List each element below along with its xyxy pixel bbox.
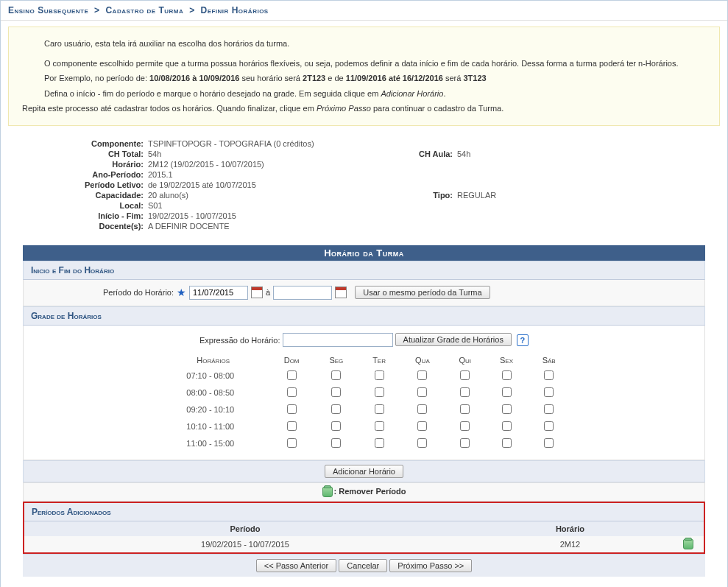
horario-time-label: 10:10 - 11:00 <box>158 418 269 435</box>
horario-checkbox[interactable] <box>331 387 341 397</box>
horario-checkbox[interactable] <box>375 404 384 414</box>
horario-checkbox[interactable] <box>417 370 427 380</box>
next-step-button[interactable]: Próximo Passo >> <box>389 559 472 572</box>
add-horario-button[interactable]: Adicionar Horário <box>325 465 403 478</box>
horario-time-label: 11:00 - 15:00 <box>158 435 269 452</box>
horario-checkbox[interactable] <box>502 421 512 431</box>
breadcrumb-seg-1[interactable]: Ensino Subsequente <box>8 5 88 15</box>
horario-checkbox[interactable] <box>544 421 554 431</box>
breadcrumb-sep: > <box>94 5 100 15</box>
horario-checkbox[interactable] <box>460 370 470 380</box>
horario-row: 07:10 - 08:00 <box>158 368 570 384</box>
horario-checkbox[interactable] <box>287 421 297 431</box>
horario-checkbox[interactable] <box>502 387 512 397</box>
th-periodo: Período <box>24 521 466 536</box>
horario-checkbox[interactable] <box>460 387 470 397</box>
trash-icon <box>322 487 333 497</box>
horario-checkbox[interactable] <box>460 404 470 414</box>
horario-checkbox[interactable] <box>544 387 554 397</box>
subtitle-inicio-fim: Inicio e Fim do Horário <box>23 261 705 280</box>
horario-row: 10:10 - 11:00 <box>158 418 570 435</box>
horario-checkbox[interactable] <box>375 387 384 397</box>
remove-periodo-button[interactable] <box>683 539 693 549</box>
info-line-2: O componente escolhido permite que a tur… <box>22 57 706 70</box>
horario-checkbox[interactable] <box>331 370 341 380</box>
horario-checkbox[interactable] <box>417 387 427 397</box>
horario-checkbox[interactable] <box>502 404 512 414</box>
periodo-row: 19/02/2015 - 10/07/2015 2M12 <box>24 536 704 552</box>
horario-checkbox[interactable] <box>287 387 297 397</box>
capacidade-value: 20 aluno(s) <box>148 191 258 200</box>
periodoletivo-label: Período Letivo: <box>8 180 148 189</box>
periodos-table: Período Horário 19/02/2015 - 10/07/2015 … <box>24 521 704 552</box>
periodo-a: à <box>266 288 270 297</box>
horario-checkbox[interactable] <box>287 404 297 414</box>
horario-checkbox[interactable] <box>460 421 470 431</box>
tipo-label: Tipo: <box>406 191 457 200</box>
info-line-3: Por Exemplo, no período de: 10/08/2016 à… <box>22 72 706 85</box>
info-line-4: Defina o início - fim do período e marqu… <box>22 88 706 100</box>
horario-checkbox[interactable] <box>417 438 427 448</box>
horario-time-label: 08:00 - 08:50 <box>158 384 269 401</box>
update-grade-button[interactable]: Atualizar Grade de Horários <box>395 333 512 346</box>
horario-checkbox[interactable] <box>375 438 384 448</box>
th-horario-col: Horário <box>466 521 674 536</box>
details-panel: Componente: TSPINFTOPOGR - TOPOGRAFIA (0… <box>1 132 727 238</box>
capacidade-label: Capacidade: <box>8 191 148 200</box>
horario-checkbox[interactable] <box>460 438 470 448</box>
info-box: Caro usuário, esta tela irá auxiliar na … <box>8 27 720 126</box>
horario-value: 2M12 (19/02/2015 - 10/07/2015) <box>148 160 720 169</box>
th-day: Sex <box>485 353 528 368</box>
periodo-label: Período do Horário: <box>103 288 174 297</box>
horarios-table: Horários Dom Seg Ter Qua Qui Sex Sáb 07:… <box>158 353 570 452</box>
calendar-icon[interactable] <box>251 287 263 298</box>
date-end-input[interactable] <box>273 286 332 300</box>
subtitle-periodos-adicionados: Períodos Adicionados <box>24 503 704 521</box>
breadcrumb-sep: > <box>189 5 195 15</box>
horario-checkbox[interactable] <box>375 421 384 431</box>
anoperiodo-value: 2015.1 <box>148 170 720 179</box>
expr-input[interactable] <box>283 333 393 347</box>
required-star: ★ <box>177 287 186 298</box>
horario-checkbox[interactable] <box>544 438 554 448</box>
horario-checkbox[interactable] <box>417 404 427 414</box>
iniciofim-label: Início - Fim: <box>8 211 148 220</box>
section-title: Horário da Turma <box>23 245 705 261</box>
horario-checkbox[interactable] <box>502 438 512 448</box>
legend-text: : Remover Período <box>334 487 406 496</box>
horario-checkbox[interactable] <box>544 404 554 414</box>
horario-cell: 2M12 <box>466 536 674 552</box>
horario-checkbox[interactable] <box>375 370 384 380</box>
th-day: Seg <box>314 353 358 368</box>
horario-checkbox[interactable] <box>287 370 297 380</box>
chtotal-label: CH Total: <box>8 150 148 158</box>
local-label: Local: <box>8 201 148 210</box>
horario-label: Horário: <box>8 160 148 169</box>
info-line-1: Caro usuário, esta tela irá auxiliar na … <box>22 38 706 50</box>
chaula-label: CH Aula: <box>406 150 457 158</box>
horario-checkbox[interactable] <box>331 438 341 448</box>
subtitle-grade: Grade de Horários <box>23 306 705 326</box>
horario-checkbox[interactable] <box>287 438 297 448</box>
docentes-value: A DEFINIR DOCENTE <box>148 222 720 231</box>
tipo-value: REGULAR <box>457 191 545 200</box>
th-day: Sáb <box>528 353 570 368</box>
date-start-input[interactable] <box>189 286 248 300</box>
breadcrumb-seg-2[interactable]: Cadastro de Turma <box>105 5 183 15</box>
horario-checkbox[interactable] <box>331 404 341 414</box>
horario-checkbox[interactable] <box>544 370 554 380</box>
chtotal-value: 54h <box>148 150 258 158</box>
docentes-label: Docente(s): <box>8 222 148 231</box>
help-icon[interactable]: ? <box>517 334 529 346</box>
legend-row: : Remover Período <box>23 482 705 502</box>
horario-time-label: 09:20 - 10:10 <box>158 401 269 418</box>
calendar-icon[interactable] <box>335 287 347 298</box>
componente-label: Componente: <box>8 139 148 148</box>
prev-step-button[interactable]: << Passo Anterior <box>256 559 336 572</box>
cancel-button[interactable]: Cancelar <box>339 559 387 572</box>
horario-checkbox[interactable] <box>417 421 427 431</box>
same-period-button[interactable]: Usar o mesmo período da Turma <box>355 286 490 299</box>
horario-checkbox[interactable] <box>331 421 341 431</box>
horario-checkbox[interactable] <box>502 370 512 380</box>
componente-value: TSPINFTOPOGR - TOPOGRAFIA (0 créditos) <box>148 139 720 148</box>
